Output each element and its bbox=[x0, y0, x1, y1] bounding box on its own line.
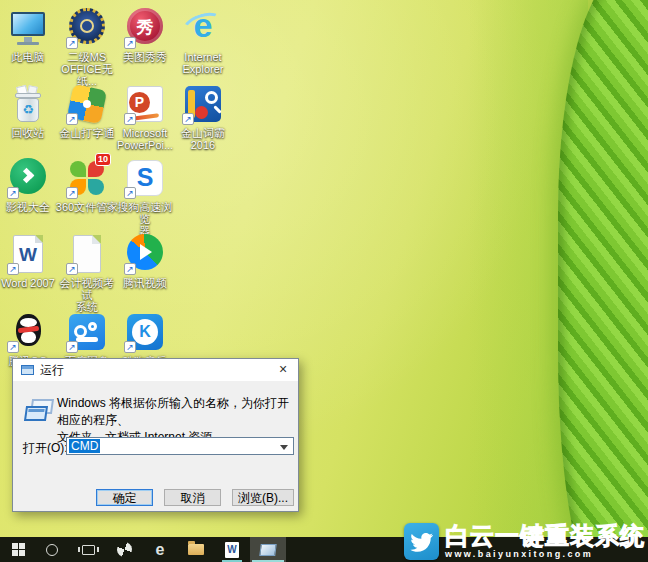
desktop-icon-recycle-bin[interactable]: ♻ 回收站 bbox=[0, 84, 56, 139]
watermark-title: 白云一键重装系统 bbox=[445, 523, 645, 549]
monitor-screen bbox=[11, 12, 45, 36]
monitor-base bbox=[17, 42, 39, 45]
this-pc-icon bbox=[8, 8, 48, 48]
shortcut-arrow-icon: ↗ bbox=[7, 263, 19, 275]
cancel-button[interactable]: 取消 bbox=[164, 489, 221, 506]
run-window-icon bbox=[21, 365, 34, 375]
task-view-button[interactable] bbox=[70, 537, 106, 562]
shortcut-arrow-icon: ↗ bbox=[66, 187, 78, 199]
folder-icon bbox=[188, 544, 204, 555]
browse-button[interactable]: 浏览(B)... bbox=[232, 489, 294, 506]
shortcut-arrow-icon: ↗ bbox=[124, 263, 136, 275]
baidu-cloud-icon: ↗ bbox=[67, 312, 107, 352]
exam-badge-icon: ↗ bbox=[67, 8, 107, 48]
shortcut-arrow-icon: ↗ bbox=[66, 37, 78, 49]
icon-label: 金山词霸2016 bbox=[171, 127, 235, 151]
taskbar-internet-explorer[interactable]: e bbox=[142, 537, 178, 562]
run-program-icon bbox=[25, 399, 53, 421]
file-explorer-button[interactable] bbox=[178, 537, 214, 562]
run-command-input[interactable]: CMD bbox=[66, 437, 294, 455]
ppt-letter: P bbox=[129, 92, 150, 113]
petal bbox=[70, 161, 86, 177]
icon-label: 美图秀秀 bbox=[113, 51, 177, 63]
badge-core bbox=[80, 19, 94, 33]
meitu-icon: 秀 ↗ bbox=[125, 8, 165, 48]
document-icon: ↗ bbox=[67, 234, 107, 274]
ciba-dictionary-icon: ↗ bbox=[183, 84, 223, 124]
icon-label: MicrosoftPowerPoi... bbox=[113, 127, 177, 151]
desktop-icon-jinshan-typing[interactable]: ↗ 金山打字通 bbox=[59, 84, 115, 139]
icon-label: 此电脑 bbox=[0, 51, 60, 63]
pinwheel-center bbox=[83, 100, 91, 108]
start-button[interactable] bbox=[2, 537, 34, 562]
desktop-icon-powerpoint[interactable]: P ↗ MicrosoftPowerPoi... bbox=[117, 84, 173, 151]
dialog-title: 运行 bbox=[40, 362, 64, 379]
description-line: Windows 将根据你所输入的名称，为你打开相应的程序、 bbox=[57, 395, 293, 429]
petal bbox=[88, 179, 104, 195]
window-front bbox=[24, 406, 48, 421]
run-dialog: 运行 × Windows 将根据你所输入的名称，为你打开相应的程序、 文件夹、文… bbox=[12, 358, 299, 512]
recycle-symbol: ♻ bbox=[17, 102, 39, 117]
cloud-bar bbox=[76, 337, 98, 342]
desktop: 此电脑 ↗ 二级MSOFFICE无纸... 秀 ↗ 美图秀秀 e Interne… bbox=[0, 0, 648, 562]
penguin-belly bbox=[21, 331, 36, 343]
desktop-icon-ciba[interactable]: ↗ 金山词霸2016 bbox=[175, 84, 231, 151]
open-label: 打开(O): bbox=[23, 440, 68, 457]
desktop-icon-tencent-video[interactable]: ↗ 腾讯视频 bbox=[117, 234, 173, 289]
close-icon[interactable]: × bbox=[268, 359, 298, 381]
cortana-circle-icon bbox=[46, 544, 58, 556]
kugou-letter: K bbox=[132, 323, 158, 341]
window-icon bbox=[259, 544, 276, 556]
desktop-icon-meitu[interactable]: 秀 ↗ 美图秀秀 bbox=[117, 8, 173, 63]
desktop-icon-word-2007[interactable]: W ↗ Word 2007 bbox=[0, 234, 56, 289]
desktop-icon-yingshi[interactable]: ↗ 影视大全 bbox=[0, 158, 56, 213]
icon-label: 二级MSOFFICE无纸... bbox=[55, 51, 119, 87]
ok-button[interactable]: 确定 bbox=[96, 489, 153, 506]
meitu-glyph: 秀 bbox=[127, 16, 163, 39]
watermark-url: www.baiyunxitong.com bbox=[445, 549, 645, 560]
cloud-ring bbox=[88, 322, 97, 331]
chevron-down-icon[interactable] bbox=[280, 445, 288, 450]
desktop-icon-this-pc[interactable]: 此电脑 bbox=[0, 8, 56, 63]
magnifier-icon bbox=[205, 91, 218, 104]
shortcut-arrow-icon: ↗ bbox=[124, 341, 136, 353]
kugou-music-icon: K ↗ bbox=[125, 312, 165, 352]
shortcut-arrow-icon: ↗ bbox=[66, 263, 78, 275]
watermark: 白云一键重装系统 www.baiyunxitong.com bbox=[404, 523, 645, 560]
dialog-titlebar[interactable]: 运行 bbox=[13, 359, 298, 381]
windows-logo-icon bbox=[12, 543, 25, 556]
pinwheel-icon bbox=[114, 540, 133, 559]
icon-label: 360文件管家 bbox=[55, 201, 119, 213]
taskbar-word-button[interactable]: W bbox=[214, 537, 250, 562]
internet-explorer-icon: e bbox=[183, 8, 223, 48]
taskbar-cmd-window-button[interactable] bbox=[250, 537, 286, 562]
icon-label: 搜狗高速浏览器 bbox=[113, 201, 177, 237]
sogou-browser-icon: S ↗ bbox=[125, 158, 165, 198]
shortcut-arrow-icon: ↗ bbox=[124, 113, 136, 125]
page-corner bbox=[92, 235, 101, 244]
desktop-icon-ms-office-exam[interactable]: ↗ 二级MSOFFICE无纸... bbox=[59, 8, 115, 87]
desktop-icon-exam-system[interactable]: ↗ 会计视频考试系统 bbox=[59, 234, 115, 313]
cortana-button[interactable] bbox=[34, 537, 70, 562]
bird-logo-icon bbox=[404, 523, 439, 560]
tencent-video-icon: ↗ bbox=[125, 234, 165, 274]
pinwheel-app-button[interactable] bbox=[106, 537, 142, 562]
icon-label: 回收站 bbox=[0, 127, 60, 139]
task-view-icon bbox=[82, 545, 95, 555]
desktop-icon-file-manager[interactable]: 10 ↗ 360文件管家 bbox=[59, 158, 115, 213]
page-corner bbox=[35, 235, 43, 243]
icon-label: InternetExplorer bbox=[171, 51, 235, 75]
word-icon: W bbox=[225, 542, 239, 558]
recycle-bin-icon: ♻ bbox=[8, 84, 48, 124]
shortcut-arrow-icon: ↗ bbox=[182, 113, 194, 125]
input-selected-text: CMD bbox=[69, 439, 100, 453]
desktop-icon-sogou[interactable]: S ↗ 搜狗高速浏览器 bbox=[117, 158, 173, 237]
ciba-red-dot bbox=[195, 106, 208, 119]
leaf-image bbox=[558, 0, 648, 562]
icon-label: Word 2007 bbox=[0, 277, 60, 289]
ie-icon: e bbox=[156, 542, 165, 558]
video-play-icon: ↗ bbox=[8, 158, 48, 198]
shortcut-arrow-icon: ↗ bbox=[124, 187, 136, 199]
watermark-text: 白云一键重装系统 www.baiyunxitong.com bbox=[445, 523, 645, 560]
desktop-icon-internet-explorer[interactable]: e InternetExplorer bbox=[175, 8, 231, 75]
